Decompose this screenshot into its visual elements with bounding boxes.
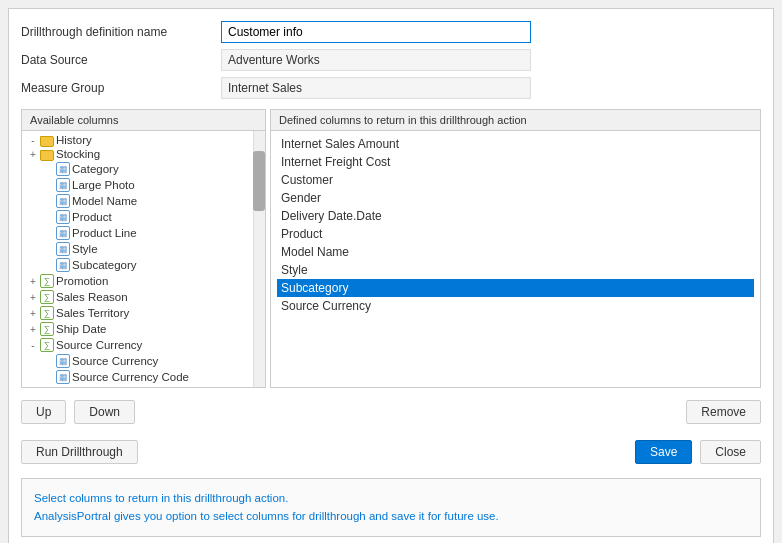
tree-item[interactable]: +Stocking bbox=[22, 147, 265, 161]
tree-item[interactable]: -∑Source Currency bbox=[22, 337, 265, 353]
tree-label: Product bbox=[72, 211, 112, 223]
field-icon: ▦ bbox=[56, 354, 70, 368]
defined-item[interactable]: Internet Freight Cost bbox=[277, 153, 754, 171]
defined-item[interactable]: Product bbox=[277, 225, 754, 243]
tree-item[interactable]: ▦Product bbox=[22, 209, 265, 225]
measure-icon: ∑ bbox=[40, 338, 54, 352]
datasource-row: Data Source Adventure Works bbox=[21, 49, 761, 71]
defined-columns-header: Defined columns to return in this drillt… bbox=[271, 110, 760, 131]
tree-item[interactable]: +∑Sales Territory bbox=[22, 305, 265, 321]
action-buttons-row: Up Down Remove bbox=[21, 396, 761, 428]
defined-columns-list[interactable]: Internet Sales AmountInternet Freight Co… bbox=[271, 131, 760, 387]
tree-label: Stocking bbox=[56, 148, 100, 160]
measure-icon: ∑ bbox=[40, 274, 54, 288]
expand-btn[interactable]: + bbox=[26, 308, 40, 319]
tree-label: Large Photo bbox=[72, 179, 135, 191]
tree-container[interactable]: -History+Stocking ▦Category ▦Large Photo… bbox=[22, 131, 265, 387]
measure-icon: ∑ bbox=[40, 306, 54, 320]
measure-group-value: Internet Sales bbox=[221, 77, 531, 99]
defined-item[interactable]: Subcategory bbox=[277, 279, 754, 297]
defined-columns-panel: Defined columns to return in this drillt… bbox=[270, 109, 761, 388]
close-button[interactable]: Close bbox=[700, 440, 761, 464]
right-buttons: Remove bbox=[686, 400, 761, 424]
datasource-label: Data Source bbox=[21, 53, 221, 67]
up-button[interactable]: Up bbox=[21, 400, 66, 424]
save-close-buttons: Save Close bbox=[635, 440, 761, 464]
field-icon: ▦ bbox=[56, 162, 70, 176]
expand-btn[interactable]: + bbox=[26, 276, 40, 287]
tree-label: Sales Territory bbox=[56, 307, 129, 319]
tree-item[interactable]: ▦Source Currency Code bbox=[22, 369, 265, 385]
defined-item[interactable]: Model Name bbox=[277, 243, 754, 261]
defined-item[interactable]: Gender bbox=[277, 189, 754, 207]
folder-icon bbox=[40, 136, 54, 147]
available-columns-panel: Available columns -History+Stocking ▦Cat… bbox=[21, 109, 266, 388]
expand-btn[interactable]: - bbox=[26, 135, 40, 146]
folder-icon bbox=[40, 150, 54, 161]
tree-label: Ship Date bbox=[56, 323, 107, 335]
field-icon: ▦ bbox=[56, 178, 70, 192]
available-columns-header: Available columns bbox=[22, 110, 265, 131]
expand-btn[interactable]: + bbox=[26, 149, 40, 160]
tree-item[interactable]: +∑Ship Date bbox=[22, 321, 265, 337]
measure-group-label: Measure Group bbox=[21, 81, 221, 95]
tree-label: Sales Reason bbox=[56, 291, 128, 303]
defined-item[interactable]: Delivery Date.Date bbox=[277, 207, 754, 225]
expand-btn[interactable]: + bbox=[26, 292, 40, 303]
defined-item[interactable]: Style bbox=[277, 261, 754, 279]
tree-label: Source Currency bbox=[56, 339, 142, 351]
field-icon: ▦ bbox=[56, 242, 70, 256]
bottom-action-row: Run Drillthrough Save Close bbox=[21, 436, 761, 468]
measure-group-row: Measure Group Internet Sales bbox=[21, 77, 761, 99]
measure-icon: ∑ bbox=[40, 290, 54, 304]
field-icon: ▦ bbox=[56, 258, 70, 272]
name-label: Drillthrough definition name bbox=[21, 25, 221, 39]
tree-label: Product Line bbox=[72, 227, 137, 239]
defined-item[interactable]: Internet Sales Amount bbox=[277, 135, 754, 153]
dialog-container: Drillthrough definition name Data Source… bbox=[8, 8, 774, 543]
down-button[interactable]: Down bbox=[74, 400, 135, 424]
tree-label: Source Currency bbox=[72, 355, 158, 367]
tree-item[interactable]: -History bbox=[22, 133, 265, 147]
tree-item[interactable]: ▦Large Photo bbox=[22, 177, 265, 193]
left-buttons: Up Down bbox=[21, 400, 135, 424]
tree-item[interactable]: ▦Style bbox=[22, 241, 265, 257]
remove-button[interactable]: Remove bbox=[686, 400, 761, 424]
measure-icon: ∑ bbox=[40, 322, 54, 336]
info-line1: Select columns to return in this drillth… bbox=[34, 489, 748, 507]
scrollbar[interactable] bbox=[253, 131, 265, 387]
tree-label: Source Currency Code bbox=[72, 371, 189, 383]
tree-item[interactable]: +∑Promotion bbox=[22, 273, 265, 289]
run-drillthrough-button[interactable]: Run Drillthrough bbox=[21, 440, 138, 464]
field-icon: ▦ bbox=[56, 370, 70, 384]
datasource-value: Adventure Works bbox=[221, 49, 531, 71]
defined-item[interactable]: Customer bbox=[277, 171, 754, 189]
tree-label: Subcategory bbox=[72, 259, 137, 271]
field-icon: ▦ bbox=[56, 210, 70, 224]
columns-section: Available columns -History+Stocking ▦Cat… bbox=[21, 109, 761, 388]
tree-label: Promotion bbox=[56, 275, 108, 287]
expand-btn[interactable]: + bbox=[26, 324, 40, 335]
tree-item[interactable]: ▦Source Currency bbox=[22, 353, 265, 369]
run-button-container: Run Drillthrough bbox=[21, 440, 138, 464]
tree-label: History bbox=[56, 134, 92, 146]
tree-item[interactable]: ▦Category bbox=[22, 161, 265, 177]
defined-item[interactable]: Source Currency bbox=[277, 297, 754, 315]
info-section: Select columns to return in this drillth… bbox=[21, 478, 761, 537]
name-input[interactable] bbox=[221, 21, 531, 43]
field-icon: ▦ bbox=[56, 226, 70, 240]
tree-label: Category bbox=[72, 163, 119, 175]
tree-item[interactable]: +∑Sales Reason bbox=[22, 289, 265, 305]
info-line2: AnalysisPortral gives you option to sele… bbox=[34, 507, 748, 525]
tree-item[interactable]: ▦Model Name bbox=[22, 193, 265, 209]
tree-label: Style bbox=[72, 243, 98, 255]
tree-item[interactable]: ▦Subcategory bbox=[22, 257, 265, 273]
name-row: Drillthrough definition name bbox=[21, 21, 761, 43]
tree-item[interactable]: ▦Product Line bbox=[22, 225, 265, 241]
expand-btn[interactable]: - bbox=[26, 340, 40, 351]
tree-label: Model Name bbox=[72, 195, 137, 207]
field-icon: ▦ bbox=[56, 194, 70, 208]
scrollbar-thumb[interactable] bbox=[253, 151, 265, 211]
save-button[interactable]: Save bbox=[635, 440, 692, 464]
